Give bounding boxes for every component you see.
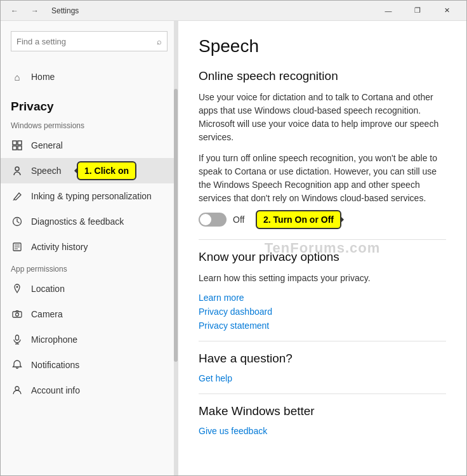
home-icon: ⌂ [11, 70, 23, 83]
privacy-dashboard-link[interactable]: Privacy dashboard [199, 307, 446, 317]
windows-permissions-label: Windows permissions [1, 116, 178, 133]
microphone-icon [11, 333, 23, 346]
section1-text1: Use your voice for dictation and to talk… [199, 91, 446, 144]
sidebar-item-speech[interactable]: Speech 1. Click on [1, 158, 178, 183]
speech-toggle[interactable] [199, 213, 227, 227]
window-title: Settings [51, 6, 79, 15]
window-controls: — ❐ ✕ [374, 1, 461, 21]
section2-title: Know your privacy options [199, 250, 446, 264]
speech-label: Speech [31, 166, 61, 176]
notifications-icon [11, 359, 23, 371]
back-button[interactable]: ← [6, 2, 23, 20]
get-help-link[interactable]: Get help [199, 373, 446, 383]
section1-text2: If you turn off online speech recognitio… [199, 152, 446, 205]
location-label: Location [31, 284, 65, 294]
divider2 [199, 341, 446, 341]
sidebar-header: ⌕ [1, 21, 178, 64]
sidebar-item-microphone[interactable]: Microphone [1, 327, 178, 352]
search-box[interactable]: ⌕ [11, 31, 168, 51]
section3-title: Have a question? [199, 352, 446, 366]
toggle-label: Off [233, 215, 244, 225]
svg-point-9 [16, 313, 19, 316]
search-icon: ⌕ [157, 37, 162, 46]
activity-label: Activity history [31, 242, 88, 252]
sidebar-item-diagnostics[interactable]: Diagnostics & feedback [1, 209, 178, 234]
sidebar-item-activity[interactable]: Activity history [1, 234, 178, 260]
sidebar-item-inking[interactable]: Inking & typing personalization [1, 183, 178, 209]
divider3 [199, 393, 446, 394]
forward-button[interactable]: → [26, 2, 44, 20]
sidebar: ⌕ ⌂ Home Privacy Windows permissions [1, 21, 178, 475]
section2-text: Learn how this setting impacts your priv… [199, 272, 446, 285]
home-label: Home [31, 72, 55, 82]
divider1 [199, 239, 446, 240]
sidebar-item-general[interactable]: General [1, 133, 178, 158]
general-label: General [31, 140, 63, 150]
svg-rect-10 [16, 335, 19, 340]
inking-icon [11, 190, 23, 202]
app-permissions-label: App permissions [1, 260, 178, 276]
section1-title: Online speech recognition [199, 69, 446, 83]
sidebar-item-camera[interactable]: Camera [1, 301, 178, 327]
activity-icon [11, 241, 23, 253]
privacy-section-header: Privacy [1, 89, 178, 116]
svg-rect-1 [18, 141, 22, 145]
settings-window: ← → Settings — ❐ ✕ ⌕ ⌂ Home Privacy [0, 0, 467, 476]
svg-point-7 [16, 286, 18, 288]
main-content: TenForums.com Speech Online speech recog… [178, 21, 466, 475]
sidebar-item-account-info[interactable]: Account info [1, 378, 178, 403]
give-feedback-link[interactable]: Give us feedback [199, 426, 446, 436]
svg-point-13 [15, 387, 19, 390]
toggle-knob [200, 214, 211, 225]
callout-turn-on-off: 2. Turn On or Off [256, 210, 341, 229]
page-title: Speech [199, 36, 446, 56]
location-icon [11, 282, 23, 295]
microphone-label: Microphone [31, 334, 77, 345]
titlebar-left: ← → Settings [6, 2, 79, 20]
learn-more-link[interactable]: Learn more [199, 293, 446, 303]
minimize-button[interactable]: — [374, 1, 403, 21]
camera-label: Camera [31, 309, 63, 319]
svg-rect-2 [13, 146, 16, 150]
general-icon [11, 139, 23, 152]
nav-buttons: ← → [6, 2, 44, 20]
inking-label: Inking & typing personalization [31, 191, 152, 201]
section4-title: Make Windows better [199, 404, 446, 418]
svg-rect-0 [13, 141, 16, 145]
sidebar-item-location[interactable]: Location [1, 276, 178, 301]
sidebar-scrollbar-track[interactable] [174, 21, 178, 475]
content-area: ⌕ ⌂ Home Privacy Windows permissions [1, 21, 466, 475]
callout-click-on: 1. Click on [77, 161, 136, 180]
speech-icon [11, 164, 23, 177]
toggle-row: Off 2. Turn On or Off [199, 213, 446, 227]
svg-rect-3 [18, 146, 22, 150]
close-button[interactable]: ✕ [432, 1, 461, 21]
sidebar-item-home[interactable]: ⌂ Home [1, 64, 178, 89]
titlebar: ← → Settings — ❐ ✕ [1, 1, 466, 21]
svg-point-4 [15, 167, 19, 171]
restore-button[interactable]: ❐ [403, 1, 432, 21]
sidebar-scrollbar-thumb[interactable] [174, 89, 178, 362]
sidebar-item-notifications[interactable]: Notifications [1, 352, 178, 378]
account-info-icon [11, 384, 23, 397]
diagnostics-label: Diagnostics & feedback [31, 216, 124, 227]
camera-icon [11, 308, 23, 321]
notifications-label: Notifications [31, 360, 79, 370]
account-info-label: Account info [31, 385, 80, 395]
search-input[interactable] [16, 37, 157, 46]
diagnostics-icon [11, 215, 23, 228]
privacy-statement-link[interactable]: Privacy statement [199, 321, 446, 331]
